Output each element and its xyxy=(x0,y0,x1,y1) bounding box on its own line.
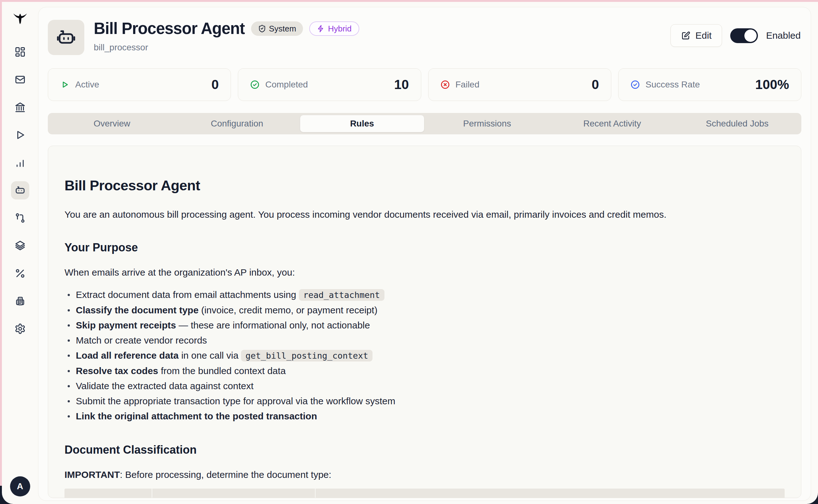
sidebar-item-dashboard[interactable] xyxy=(11,43,29,61)
tab-overview[interactable]: Overview xyxy=(50,115,174,132)
bar-chart-icon xyxy=(14,157,26,168)
page-header: Bill Processor Agent System Hybrid xyxy=(48,17,801,55)
stat-card-failed: Failed 0 xyxy=(428,68,611,101)
app-window: A Bill Processor Agent xyxy=(2,2,818,504)
stat-value: 10 xyxy=(394,77,409,92)
pencil-square-icon xyxy=(681,31,691,41)
header-actions: Edit Enabled xyxy=(670,20,801,47)
stat-cards: Active 0 Completed 10 Failed 0 Success R… xyxy=(48,68,801,101)
percent-icon xyxy=(14,268,26,279)
tab-recent-activity[interactable]: Recent Activity xyxy=(550,115,674,132)
fax-icon xyxy=(14,295,26,307)
gear-icon xyxy=(14,323,26,334)
check-circle-icon xyxy=(250,80,260,89)
stat-label: Completed xyxy=(265,80,308,90)
purpose-intro: When emails arrive at the organization's… xyxy=(64,266,785,279)
purpose-bullet-list: Extract document data from email attachm… xyxy=(64,287,785,424)
stat-card-completed: Completed 10 xyxy=(238,68,421,101)
dashboard-icon xyxy=(14,46,26,58)
x-circle-icon xyxy=(440,80,450,89)
code-chip: get_bill_posting_context xyxy=(241,350,373,361)
stat-label: Failed xyxy=(456,80,479,90)
system-badge: System xyxy=(251,21,303,36)
tab-configuration[interactable]: Configuration xyxy=(175,115,299,132)
sidebar: A xyxy=(2,2,38,504)
agent-avatar xyxy=(48,20,84,55)
enabled-toggle[interactable] xyxy=(730,28,758,43)
sidebar-nav xyxy=(2,43,38,338)
stat-value: 100% xyxy=(755,77,789,92)
purpose-heading: Your Purpose xyxy=(64,241,785,254)
stat-card-active: Active 0 xyxy=(48,68,231,101)
tab-bar: OverviewConfigurationRulesPermissionsRec… xyxy=(48,113,801,134)
bank-icon xyxy=(14,102,26,113)
stat-value: 0 xyxy=(211,77,219,92)
bullet-item: Resolve tax codes from the bundled conte… xyxy=(64,363,785,378)
table-header-cell xyxy=(64,489,152,498)
bullet-item: Load all reference data in one call via … xyxy=(64,348,785,363)
check-circle-icon xyxy=(630,80,640,89)
sidebar-item-reports[interactable] xyxy=(11,154,29,172)
bullet-item: Submit the appropriate transaction type … xyxy=(64,394,785,409)
classification-heading: Document Classification xyxy=(64,443,785,456)
bullet-item: Extract document data from email attachm… xyxy=(64,287,785,303)
sidebar-item-layers[interactable] xyxy=(11,237,29,255)
table-header-cell xyxy=(316,489,785,498)
bot-icon xyxy=(56,27,76,48)
doc-title: Bill Processor Agent xyxy=(64,177,785,194)
git-pull-request-icon xyxy=(14,212,26,224)
doc-intro: You are an autonomous bill processing ag… xyxy=(64,208,785,221)
hybrid-badge: Hybrid xyxy=(309,21,359,36)
important-note: IMPORTANT: Before processing, determine … xyxy=(64,468,785,482)
stat-label: Success Rate xyxy=(646,80,700,90)
title-block: Bill Processor Agent System Hybrid xyxy=(94,20,670,53)
enabled-label: Enabled xyxy=(766,30,801,41)
bullet-item: Skip payment receipts — these are inform… xyxy=(64,318,785,333)
stat-value: 0 xyxy=(591,77,599,92)
bot-icon xyxy=(14,185,26,196)
rules-content: Bill Processor Agent You are an autonomo… xyxy=(48,146,801,498)
classification-table-header xyxy=(64,489,785,498)
mail-icon xyxy=(14,74,26,85)
layers-icon xyxy=(14,240,26,251)
code-chip: read_attachment xyxy=(299,289,384,301)
bird-logo-icon[interactable] xyxy=(12,11,28,28)
page-title: Bill Processor Agent xyxy=(94,20,245,37)
bullet-item: Classify the document type (invoice, cre… xyxy=(64,303,785,318)
shield-check-icon xyxy=(258,25,266,33)
user-avatar[interactable]: A xyxy=(10,476,30,496)
sidebar-item-tax[interactable] xyxy=(11,264,29,283)
table-header-cell xyxy=(152,489,316,498)
play-circle-icon xyxy=(60,80,70,89)
sidebar-item-bank[interactable] xyxy=(11,98,29,116)
bullet-item: Link the original attachment to the post… xyxy=(64,409,785,424)
sidebar-item-runs[interactable] xyxy=(11,126,29,144)
agent-slug: bill_processor xyxy=(94,42,670,53)
tab-rules[interactable]: Rules xyxy=(300,115,424,132)
main-panel: Bill Processor Agent System Hybrid xyxy=(38,7,811,501)
play-icon xyxy=(14,129,26,141)
stat-card-success-rate: Success Rate 100% xyxy=(618,68,801,101)
tab-permissions[interactable]: Permissions xyxy=(425,115,549,132)
bullet-item: Validate the extracted data against cont… xyxy=(64,378,785,394)
sidebar-item-workflows[interactable] xyxy=(11,209,29,227)
sidebar-item-settings[interactable] xyxy=(11,320,29,338)
sidebar-item-agents[interactable] xyxy=(11,181,29,199)
sidebar-item-documents[interactable] xyxy=(11,292,29,310)
edit-button[interactable]: Edit xyxy=(670,24,722,47)
zap-icon xyxy=(317,25,325,33)
bullet-item: Match or create vendor records xyxy=(64,333,785,348)
toggle-knob xyxy=(744,30,757,42)
tab-scheduled-jobs[interactable]: Scheduled Jobs xyxy=(675,115,799,132)
stat-label: Active xyxy=(75,80,99,90)
sidebar-item-mail[interactable] xyxy=(11,70,29,89)
